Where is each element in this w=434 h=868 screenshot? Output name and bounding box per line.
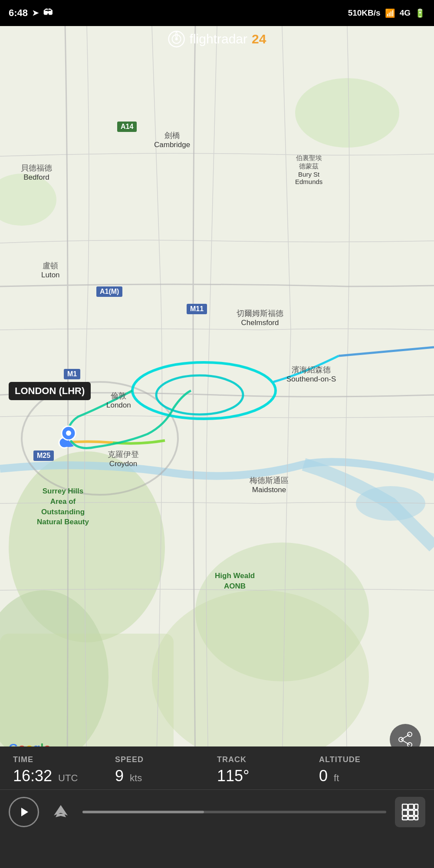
city-chelmsford: 切爾姆斯福德 Chelmsford xyxy=(237,308,283,327)
altitude-label: ALTITUDE xyxy=(319,755,421,764)
location-pin xyxy=(60,425,77,451)
time-label: TIME xyxy=(13,755,115,764)
location-arrow-icon: ➤ xyxy=(32,8,39,18)
svg-point-7 xyxy=(356,486,425,521)
grid-button[interactable] xyxy=(395,797,425,827)
progress-bar[interactable] xyxy=(82,811,386,813)
highway-a14: A14 xyxy=(117,122,137,132)
svg-rect-27 xyxy=(402,810,408,815)
app-suffix-text: 24 xyxy=(252,32,266,46)
time-value: 16:32 UTC xyxy=(13,767,115,785)
speed-stat: SPEED 9 kts xyxy=(115,755,217,785)
city-bedford: 貝德福德 Bedford xyxy=(21,163,52,182)
altitude-value: 0 ft xyxy=(319,767,421,785)
signal-icon: 📶 xyxy=(385,8,395,18)
highway-a1m: A1(M) xyxy=(96,286,122,297)
high-weald-label: High WealdAONB xyxy=(215,571,255,592)
stats-row: TIME 16:32 UTC SPEED 9 kts TRACK 115° AL… xyxy=(0,746,434,790)
controls-row xyxy=(0,790,434,834)
city-maidstone: 梅德斯通區 Maidstone xyxy=(250,475,289,494)
highway-m11: M11 xyxy=(187,304,207,314)
battery-icon: 🔋 xyxy=(415,8,425,18)
svg-marker-23 xyxy=(21,808,28,816)
city-cambridge: 劍橋 Cambridge xyxy=(154,130,190,149)
fr24-header: flightradar24 xyxy=(168,30,266,48)
city-croydon: 克羅伊登 Croydon xyxy=(108,449,139,468)
svg-point-0 xyxy=(295,78,399,148)
svg-rect-30 xyxy=(402,816,408,820)
svg-point-6 xyxy=(152,590,369,764)
track-stat: TRACK 115° xyxy=(217,755,319,785)
plane-icon-button[interactable] xyxy=(48,799,74,825)
highway-m25: M25 xyxy=(33,450,54,461)
app-name-text: flightradar xyxy=(190,32,247,46)
track-label: TRACK xyxy=(217,755,319,764)
surrey-hills-label: Surrey HillsArea ofOutstandingNatural Be… xyxy=(37,486,89,527)
time-display: 6:48 xyxy=(9,7,28,19)
svg-line-21 xyxy=(401,734,410,740)
svg-rect-32 xyxy=(414,816,418,820)
time-stat: TIME 16:32 UTC xyxy=(13,755,115,785)
svg-point-10 xyxy=(132,362,276,419)
fr24-logo-icon xyxy=(168,30,185,48)
svg-rect-28 xyxy=(408,810,414,815)
track-value: 115° xyxy=(217,767,319,785)
svg-rect-26 xyxy=(414,804,418,809)
svg-rect-31 xyxy=(408,816,414,820)
svg-line-9 xyxy=(339,347,434,356)
city-london: 倫敦 London xyxy=(106,391,131,410)
city-bury-st-edmunds: 伯裏聖埃德蒙茲 Bury StEdmunds xyxy=(295,154,322,185)
play-button[interactable] xyxy=(9,797,39,827)
city-luton: 盧頓 Luton xyxy=(41,260,60,279)
lhr-airport-label: LONDON (LHR) xyxy=(9,382,91,400)
svg-line-22 xyxy=(401,740,410,745)
network-speed: 510KB/s xyxy=(348,8,381,18)
speed-label: SPEED xyxy=(115,755,217,764)
highway-m1: M1 xyxy=(64,369,80,379)
altitude-stat: ALTITUDE 0 ft xyxy=(319,755,421,785)
map-container[interactable]: flightradar24 A14 A1(M) M11 M1 M25 劍橋 Ca… xyxy=(0,26,434,773)
city-southend: 濱海紹森德 Southend-on-S xyxy=(286,365,336,384)
svg-rect-25 xyxy=(408,804,414,809)
svg-rect-24 xyxy=(402,804,408,809)
settings-icon: 🕶 xyxy=(43,7,53,19)
speed-value: 9 kts xyxy=(115,767,217,785)
svg-point-17 xyxy=(66,431,71,436)
svg-rect-29 xyxy=(414,810,418,815)
status-bar: 6:48 ➤ 🕶 510KB/s 📶 4G 🔋 xyxy=(0,0,434,26)
progress-fill xyxy=(82,811,204,813)
bottom-panel: TIME 16:32 UTC SPEED 9 kts TRACK 115° AL… xyxy=(0,746,434,868)
network-type: 4G xyxy=(400,8,411,18)
